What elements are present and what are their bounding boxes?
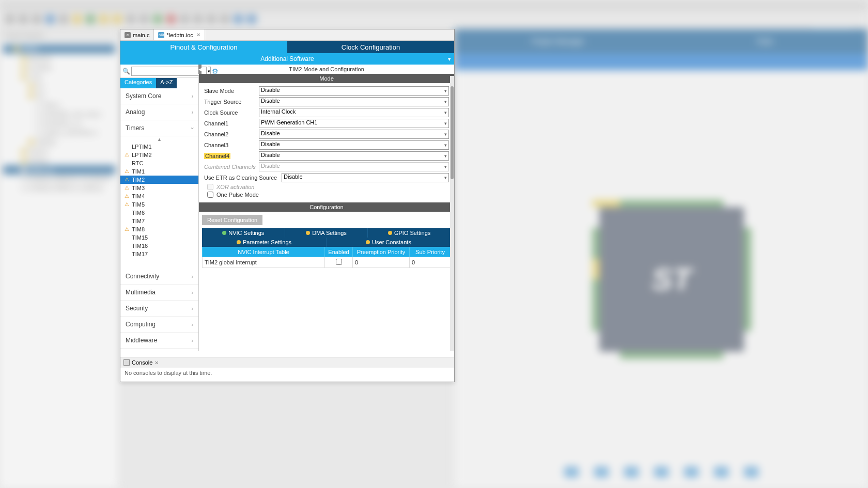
timer-item-tim16[interactable]: TIM16: [120, 242, 198, 250]
chevron-right-icon: ›: [192, 306, 193, 311]
select-etr-clearing[interactable]: Disable▾: [282, 173, 449, 182]
category-label: Analog: [126, 108, 145, 116]
search-input[interactable]: [131, 67, 207, 76]
console-title: Console: [132, 359, 152, 366]
scrollbar-thumb[interactable]: [451, 86, 454, 179]
category-security[interactable]: Security ›: [120, 301, 198, 317]
timer-item-tim15[interactable]: TIM15: [120, 233, 198, 242]
config-title: TIM2 Mode and Configuration: [199, 65, 454, 74]
cfg-tab-parameter[interactable]: Parameter Settings: [202, 238, 327, 247]
close-icon[interactable]: ✕: [154, 360, 159, 366]
category-computing[interactable]: Computing ›: [120, 317, 198, 333]
timer-item-tim3[interactable]: TIM3: [120, 184, 198, 192]
timer-item-lptim1[interactable]: LPTIM1: [120, 143, 198, 151]
preemption-value[interactable]: 0: [353, 257, 410, 268]
mode-section-header: Mode: [199, 74, 454, 83]
checkbox-xor-activation: [207, 184, 213, 190]
timer-item-rtc[interactable]: RTC: [120, 159, 198, 167]
close-icon[interactable]: ✕: [196, 32, 200, 38]
label-one-pulse: One Pulse Mode: [216, 192, 259, 198]
timer-item-tim7[interactable]: TIM7: [120, 217, 198, 225]
timer-item-tim4[interactable]: TIM4: [120, 192, 198, 200]
checkbox-interrupt-enabled[interactable]: [336, 259, 342, 265]
editor-tab-main-c[interactable]: c main.c: [120, 29, 154, 40]
label-channel1: Channel1: [204, 120, 259, 127]
select-channel1[interactable]: PWM Generation CH1▾: [259, 119, 449, 128]
label-channel4: Channel4: [204, 153, 259, 159]
chevron-right-icon: ›: [192, 109, 193, 115]
col-nvic-table[interactable]: NVIC Interrupt Table: [203, 247, 325, 257]
category-label: Timers: [126, 124, 144, 132]
reset-configuration-button[interactable]: Reset Configuration: [202, 215, 262, 225]
c-file-icon: c: [125, 32, 131, 38]
chevron-right-icon: ›: [192, 322, 193, 327]
timer-item-tim8[interactable]: TIM8: [120, 225, 198, 233]
chevron-down-icon: ▾: [444, 143, 447, 148]
select-trigger-source[interactable]: Disable▾: [259, 97, 449, 106]
cfg-tab-dma[interactable]: DMA Settings: [285, 228, 368, 238]
checkbox-one-pulse[interactable]: [207, 192, 213, 198]
timer-item-tim1[interactable]: TIM1: [120, 167, 198, 176]
pill-categories[interactable]: Categories: [120, 78, 156, 88]
category-label: Middleware: [126, 337, 157, 344]
select-clock-source[interactable]: Internal Clock▾: [259, 108, 449, 117]
table-row[interactable]: TIM2 global interrupt 0 0: [203, 257, 451, 268]
ioc-editor-window: c main.c MX *ledbtn.ioc ✕ Pinout & Confi…: [120, 29, 455, 382]
chevron-down-icon: ▾: [448, 56, 451, 62]
cfg-tab-nvic[interactable]: NVIC Settings: [202, 228, 285, 238]
timer-item-tim5[interactable]: TIM5: [120, 200, 198, 209]
category-connectivity[interactable]: Connectivity ›: [120, 269, 198, 285]
console-panel: Console ✕ No consoles to display at this…: [120, 357, 454, 382]
col-preemption[interactable]: Preemption Priority: [353, 247, 410, 257]
chevron-down-icon: ▾: [444, 121, 447, 126]
editor-tab-bar: c main.c MX *ledbtn.ioc ✕: [120, 29, 454, 41]
sub-bar-label: Additional Software: [260, 55, 314, 62]
tab-pinout-configuration[interactable]: Pinout & Configuration: [120, 41, 287, 53]
status-dot-icon: [366, 240, 370, 244]
chevron-down-icon: ▾: [444, 153, 447, 159]
col-sub-priority[interactable]: Sub Priority: [410, 247, 451, 257]
chevron-down-icon: ▾: [444, 175, 447, 180]
category-panel: 🔍 ▾ ⚙ Categories A->Z System Core › Anal…: [120, 65, 199, 351]
cfg-tab-user-constants[interactable]: User Constants: [327, 238, 451, 247]
bg-tab-tools: Tools: [661, 29, 868, 54]
tab-clock-configuration[interactable]: Clock Configuration: [287, 41, 454, 53]
category-middleware[interactable]: Middleware ›: [120, 333, 198, 349]
timer-item-tim6[interactable]: TIM6: [120, 209, 198, 217]
category-analog[interactable]: Analog ›: [120, 104, 198, 120]
select-combined-channels: Disable▾: [259, 162, 449, 171]
label-clock-source: Clock Source: [204, 109, 259, 116]
timer-item-lptim2[interactable]: LPTIM2: [120, 151, 198, 159]
category-multimedia[interactable]: Multimedia ›: [120, 285, 198, 301]
chevron-down-icon: ▾: [444, 164, 447, 169]
select-slave-mode[interactable]: Disable▾: [259, 86, 449, 96]
scroll-up-icon[interactable]: ▲: [120, 136, 198, 143]
pill-az[interactable]: A->Z: [156, 78, 177, 88]
sub-priority-value[interactable]: 0: [410, 257, 451, 268]
status-dot-icon: [388, 231, 392, 235]
label-trigger-source: Trigger Source: [204, 99, 259, 105]
cfg-tab-gpio[interactable]: GPIO Settings: [368, 228, 451, 238]
vertical-scrollbar[interactable]: [450, 76, 454, 351]
category-timers[interactable]: Timers ›: [120, 120, 198, 136]
label-slave-mode: Slave Mode: [204, 88, 259, 94]
timer-item-tim2[interactable]: TIM2: [120, 176, 198, 184]
timer-item-tim17[interactable]: TIM17: [120, 250, 198, 258]
bg-project-explorer-header: Project Explorer: [0, 29, 118, 41]
category-system-core[interactable]: System Core ›: [120, 88, 198, 104]
panel-collapse-handle[interactable]: ◀: [198, 65, 202, 74]
chevron-right-icon: ›: [192, 93, 193, 99]
label-etr-clearing: Use ETR as Clearing Source: [204, 175, 282, 181]
editor-tab-ioc[interactable]: MX *ledbtn.ioc ✕: [154, 29, 205, 40]
select-channel4[interactable]: Disable▾: [259, 151, 449, 161]
console-icon: [123, 359, 130, 366]
chevron-right-icon: ›: [192, 290, 193, 295]
select-channel3[interactable]: Disable▾: [259, 140, 449, 150]
sub-bar-additional-software[interactable]: Additional Software ▾: [120, 53, 454, 65]
status-dot-icon: [222, 231, 226, 235]
chevron-down-icon: ▾: [444, 88, 447, 93]
editor-tab-label: *ledbtn.ioc: [166, 32, 193, 38]
col-enabled[interactable]: Enabled: [325, 247, 353, 257]
select-channel2[interactable]: Disable▾: [259, 130, 449, 139]
category-label: Security: [126, 305, 148, 312]
